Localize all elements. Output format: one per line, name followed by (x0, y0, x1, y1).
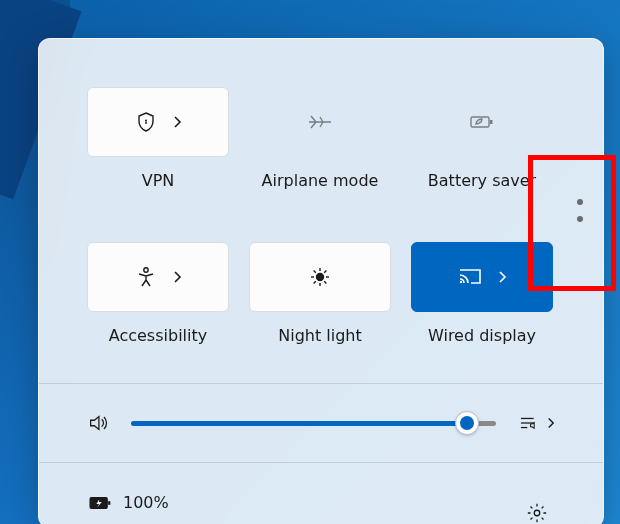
svg-line-11 (324, 281, 326, 283)
accessibility-button[interactable] (87, 242, 229, 312)
wired-display-button[interactable] (411, 242, 553, 312)
tile-label: Wired display (428, 326, 536, 345)
tile-battery-saver: Battery saver (411, 87, 553, 190)
tile-night-light: Night light (249, 242, 391, 345)
settings-button[interactable] (526, 502, 548, 524)
tile-accessibility: Accessibility (87, 242, 229, 345)
divider (39, 462, 603, 463)
svg-line-10 (314, 271, 316, 273)
battery-saver-button[interactable] (411, 87, 553, 157)
more-options-button[interactable] (577, 199, 583, 222)
tile-label: Night light (278, 326, 362, 345)
svg-point-4 (144, 268, 148, 272)
volume-slider[interactable] (131, 421, 496, 426)
night-light-button[interactable] (249, 242, 391, 312)
svg-point-20 (534, 510, 540, 516)
chevron-right-icon (172, 270, 182, 284)
tile-airplane: Airplane mode (249, 87, 391, 190)
cast-icon (457, 266, 483, 288)
svg-point-0 (145, 120, 147, 122)
tile-vpn: VPN (87, 87, 229, 190)
tile-label: Accessibility (109, 326, 207, 345)
shield-lock-icon (134, 110, 158, 134)
row-gap (87, 202, 553, 230)
svg-point-5 (317, 274, 324, 281)
divider (39, 383, 603, 384)
airplane-icon (306, 111, 334, 133)
tile-label: Battery saver (428, 171, 536, 190)
chevron-right-icon (497, 270, 507, 284)
battery-leaf-icon (468, 112, 496, 132)
tile-label: Airplane mode (262, 171, 379, 190)
battery-status[interactable]: 100% (87, 493, 555, 512)
quick-settings-panel: VPN Airplane mode (38, 38, 604, 524)
svg-rect-19 (108, 501, 110, 505)
tile-wired-display: Wired display (411, 242, 553, 345)
brightness-icon (308, 265, 332, 289)
quick-tiles-grid: VPN Airplane mode (87, 87, 555, 345)
svg-point-14 (460, 281, 462, 283)
vpn-button[interactable] (87, 87, 229, 157)
slider-thumb[interactable] (455, 411, 479, 435)
audio-output-button[interactable] (518, 413, 555, 433)
chevron-right-icon (172, 115, 182, 129)
speaker-icon[interactable] (87, 412, 109, 434)
chevron-right-icon (546, 416, 555, 430)
svg-rect-3 (490, 120, 493, 124)
accessibility-icon (134, 265, 158, 289)
airplane-mode-button[interactable] (249, 87, 391, 157)
volume-row (87, 412, 555, 434)
svg-line-12 (314, 281, 316, 283)
battery-charging-icon (87, 494, 113, 512)
svg-line-13 (324, 271, 326, 273)
tile-label: VPN (142, 171, 175, 190)
battery-percent-text: 100% (123, 493, 169, 512)
